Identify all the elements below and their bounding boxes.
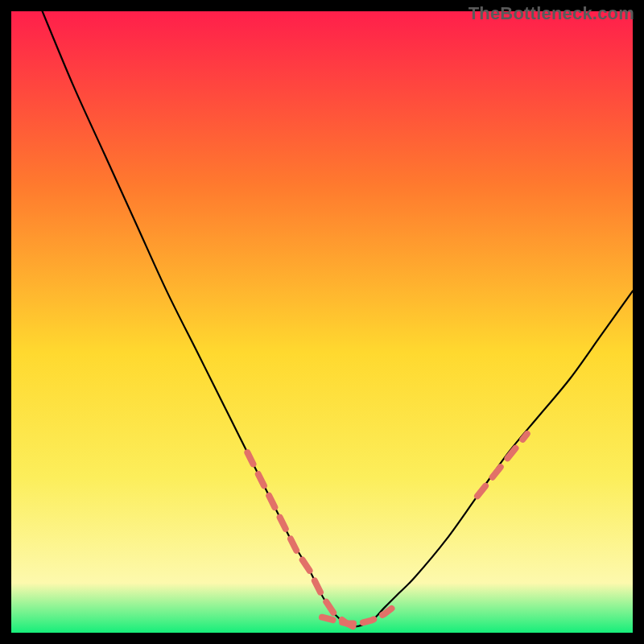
gradient-background <box>11 11 633 633</box>
bottleneck-chart <box>11 11 633 633</box>
chart-frame: TheBottleneck.com <box>0 0 644 644</box>
watermark-text: TheBottleneck.com <box>469 3 634 24</box>
